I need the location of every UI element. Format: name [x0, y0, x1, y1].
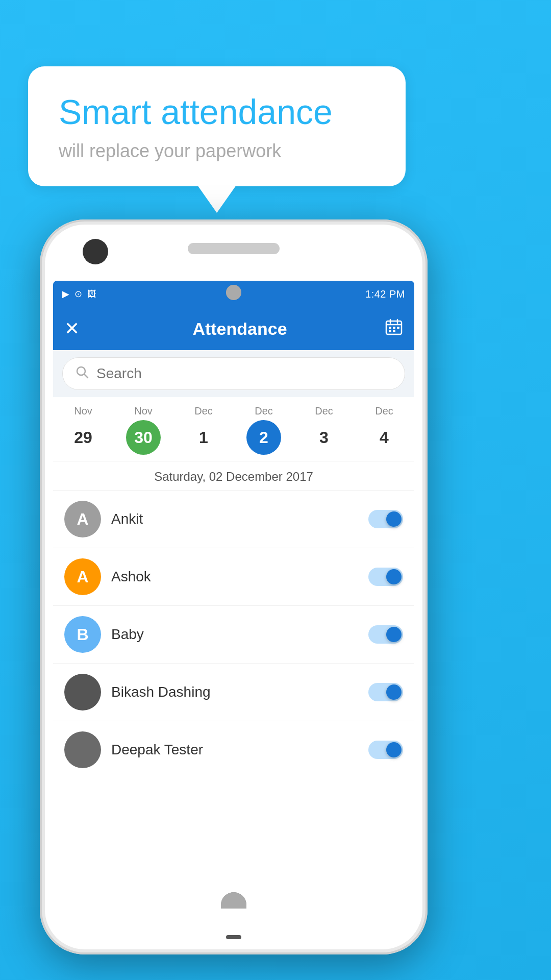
list-item: Bikash Dashing	[53, 664, 414, 721]
search-icon	[75, 365, 89, 383]
name-ankit: Ankit	[111, 511, 358, 527]
calendar-day-dec3[interactable]: Dec 3	[301, 405, 347, 455]
calendar-day-dec1[interactable]: Dec 1	[181, 405, 227, 455]
avatar-deepak	[64, 731, 101, 768]
phone-frame: ▶ ⊙ 🖼 1:42 PM ✕ Attendance	[40, 219, 428, 954]
calendar-day-nov29[interactable]: Nov 29	[60, 405, 106, 455]
calendar-day-nov30[interactable]: Nov 30	[120, 405, 166, 455]
close-button[interactable]: ✕	[64, 318, 80, 339]
search-input[interactable]	[96, 365, 392, 382]
list-item: A Ankit	[53, 491, 414, 548]
avatar-ankit: A	[64, 501, 101, 537]
app-title: Attendance	[95, 319, 385, 339]
svg-rect-5	[393, 327, 395, 329]
name-deepak: Deepak Tester	[111, 742, 358, 758]
avatar-ashok: A	[64, 558, 101, 595]
name-bikash: Bikash Dashing	[111, 684, 358, 700]
svg-rect-8	[393, 330, 395, 332]
name-baby: Baby	[111, 626, 358, 643]
search-bar-wrap	[53, 350, 414, 397]
name-ashok: Ashok	[111, 569, 358, 585]
refresh-icon: ⊙	[74, 288, 82, 300]
attendance-list: A Ankit A Ashok B Baby	[53, 491, 414, 909]
calendar-icon[interactable]	[385, 318, 403, 340]
toggle-bikash[interactable]	[368, 683, 403, 701]
status-time: 1:42 PM	[365, 288, 405, 300]
camera	[83, 239, 108, 264]
speaker	[188, 243, 280, 254]
toggle-baby[interactable]	[368, 625, 403, 644]
selected-date-label: Saturday, 02 December 2017	[53, 461, 414, 491]
play-icon: ▶	[62, 288, 69, 300]
search-bar[interactable]	[62, 357, 405, 390]
home-indicator[interactable]	[226, 935, 241, 939]
image-icon: 🖼	[87, 289, 96, 300]
phone-inner: ▶ ⊙ 🖼 1:42 PM ✕ Attendance	[45, 225, 422, 949]
avatar-bikash	[64, 674, 101, 710]
speech-bubble: Smart attendance will replace your paper…	[28, 66, 406, 186]
app-bar: ✕ Attendance	[53, 307, 414, 350]
screen: ▶ ⊙ 🖼 1:42 PM ✕ Attendance	[53, 281, 414, 909]
svg-rect-4	[389, 327, 391, 329]
svg-rect-7	[389, 330, 391, 332]
svg-line-10	[84, 374, 88, 378]
status-icons: ▶ ⊙ 🖼	[62, 288, 96, 300]
bubble-subtitle: will replace your paperwork	[59, 140, 375, 162]
avatar-baby: B	[64, 616, 101, 653]
list-item: A Ashok	[53, 548, 414, 606]
calendar-day-dec2[interactable]: Dec 2	[241, 405, 287, 455]
svg-rect-6	[397, 327, 399, 329]
list-item: B Baby	[53, 606, 414, 664]
list-item: Deepak Tester	[53, 721, 414, 775]
toggle-ankit[interactable]	[368, 510, 403, 528]
calendar-strip: Nov 29 Nov 30 Dec 1 Dec 2	[53, 397, 414, 461]
bubble-title: Smart attendance	[59, 93, 375, 131]
toggle-deepak[interactable]	[368, 741, 403, 759]
calendar-day-dec4[interactable]: Dec 4	[361, 405, 407, 455]
toggle-ashok[interactable]	[368, 568, 403, 586]
